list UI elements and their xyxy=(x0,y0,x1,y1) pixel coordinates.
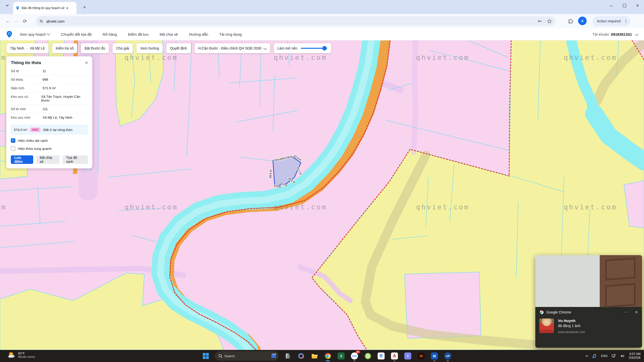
address-bar[interactable]: qhviet.com xyxy=(36,16,555,26)
tray-chevron-up-icon[interactable] xyxy=(585,354,588,358)
notification-hero-image xyxy=(535,255,642,307)
account-label: Tài khoản xyxy=(592,32,609,36)
reload-icon[interactable]: ⟳ xyxy=(21,17,29,25)
xem-huong-button[interactable]: Xem hướng xyxy=(136,43,163,53)
landuse-name: Đất ở tại nông thôn xyxy=(44,128,72,132)
window-maximize-button[interactable] xyxy=(618,0,631,11)
window-minimize-button[interactable]: — xyxy=(605,0,618,11)
row-so-to: Số tờ11 xyxy=(11,67,88,75)
zalo-icon[interactable]: Zalo 5+ xyxy=(350,352,358,360)
taskbar-search-box[interactable]: Search xyxy=(215,351,278,360)
tray-time: 8:57 AM xyxy=(629,352,640,356)
checkbox-checked[interactable] xyxy=(11,138,15,143)
copilot-icon[interactable] xyxy=(297,352,305,360)
weather-desc: Mostly sunny xyxy=(18,355,35,358)
back-icon[interactable]: ← xyxy=(4,17,12,25)
chu-giai-button[interactable]: Chú giải xyxy=(112,43,133,53)
window-close-button[interactable]: ✕ xyxy=(631,0,644,11)
autocad-icon[interactable]: A xyxy=(390,352,398,360)
search-highlight-clapper-icon[interactable] xyxy=(271,353,277,359)
landuse-row: 574.0 m² ONT Đất ở tại nông thôn xyxy=(11,125,88,135)
nav-ro-hang[interactable]: Rổ hàng xyxy=(103,32,117,36)
chrome-logo-icon xyxy=(539,310,544,314)
taskbar-weather-widget[interactable]: 82°F Mostly sunny xyxy=(8,351,35,359)
excel-icon[interactable]: X xyxy=(337,352,345,360)
tray-sync-icon[interactable] xyxy=(592,354,597,358)
site-info-icon[interactable] xyxy=(39,19,43,23)
nav-diem-da-luu[interactable]: Điểm đã lưu xyxy=(128,32,149,36)
bat-thuoc-do-button[interactable]: Bật thước đo xyxy=(81,43,109,53)
toast-more-icon[interactable]: ⋯ xyxy=(624,310,628,314)
word-icon[interactable]: W xyxy=(430,352,438,360)
tray-network-icon[interactable] xyxy=(612,354,616,358)
url-text[interactable]: qhviet.com xyxy=(46,19,537,23)
tray-volume-icon[interactable] xyxy=(620,354,625,358)
checkbox-row-edge-lengths[interactable]: Hiện chiều dài cạnh xyxy=(11,138,88,143)
action-required-button[interactable]: Action required ⋮ xyxy=(592,16,630,26)
nav-xem-quy-hoach[interactable]: Xem quy hoạch xyxy=(20,32,50,36)
notification-toast[interactable]: Google Chrome ⋯ ✕ Vu Huynh đã đăng 1 ảnh… xyxy=(535,255,642,348)
panel-title: Thông tin thửa xyxy=(11,60,88,65)
bookmark-star-icon[interactable] xyxy=(547,19,552,24)
start-button[interactable] xyxy=(202,352,210,360)
nav-huong-dan[interactable]: Hướng dẫn xyxy=(189,32,208,36)
browser-menu-kebab-icon[interactable]: ⋮ xyxy=(624,19,628,23)
row-so-thua: Số thửa996 xyxy=(11,75,88,84)
file-explorer-icon[interactable] xyxy=(310,352,318,360)
quyet-dinh-button[interactable]: Quyết định xyxy=(166,43,191,53)
chevron-down-icon xyxy=(263,47,267,50)
panel-close-icon[interactable]: ✕ xyxy=(85,60,88,66)
save-point-button[interactable]: Lưu điểm xyxy=(11,155,33,164)
extensions-puzzle-icon[interactable] xyxy=(568,19,574,24)
coccoc-icon[interactable] xyxy=(364,352,372,360)
forward-icon[interactable]: → xyxy=(12,17,21,25)
svg-text:qhviet.com: qhviet.com xyxy=(0,203,7,211)
new-tab-icon[interactable]: + xyxy=(83,5,86,10)
toast-body-text: đã đăng 1 ảnh xyxy=(558,324,585,328)
toast-source: www.facebook.com xyxy=(558,330,585,334)
breadcrumb-province[interactable]: Tây Ninh xyxy=(10,46,24,50)
checkbox-label: Hiện chiều dài cạnh xyxy=(18,139,48,143)
action-required-label: Action required xyxy=(597,19,621,23)
kiem-tra-so-button[interactable]: Kiểm tra số xyxy=(52,43,77,53)
browser-tab-strip: Bản đồ thông tin quy hoạch sử ✕ + — ✕ xyxy=(0,0,644,14)
nav-chuyen-doi-toa-do[interactable]: Chuyển đổi tọa độ xyxy=(61,32,92,36)
row-dien-tich: Diện tích571.9 m² xyxy=(11,84,88,93)
breadcrumb-ward[interactable]: Xã Mỹ Lệ xyxy=(30,46,45,50)
nav-ma-chia-se[interactable]: Mã chia sẻ xyxy=(159,32,178,36)
toast-close-icon[interactable]: ✕ xyxy=(635,310,638,314)
phone-link-icon[interactable] xyxy=(284,352,292,360)
password-key-icon[interactable] xyxy=(537,19,542,24)
opacity-slider-handle[interactable] xyxy=(322,46,327,51)
checkbox-label: Hiện thửa xung quanh xyxy=(18,147,52,151)
tab-search-chevron-icon[interactable] xyxy=(6,4,9,7)
profile-avatar[interactable]: X xyxy=(578,17,587,25)
share-code-button[interactable]: Mã chia sẻ xyxy=(36,155,60,164)
opacity-slider-fill xyxy=(301,48,323,49)
teams-icon[interactable]: T xyxy=(404,352,412,360)
parcel-info-panel: Thông tin thửa ✕ Số tờ11 Số thửa996 Diện… xyxy=(6,56,92,168)
tray-language[interactable]: ENG xyxy=(601,354,608,358)
plan-dropdown[interactable]: H.Cần Đước - Điều chỉnh QH SDĐ 2030 xyxy=(194,43,270,53)
toast-app-name: Google Chrome xyxy=(546,310,571,314)
chrome-taskbar-icon[interactable] xyxy=(324,352,332,360)
tab-favicon-pin-icon xyxy=(16,6,20,10)
tab-close-icon[interactable]: ✕ xyxy=(66,6,69,10)
checkbox-row-neighbors[interactable]: Hiện thửa xung quanh xyxy=(11,146,88,151)
pdf-pro-icon[interactable]: pdf xyxy=(444,352,452,360)
breadcrumb[interactable]: Tây Ninh › Xã Mỹ Lệ xyxy=(6,43,49,53)
landuse-area: 574.0 m² xyxy=(14,128,27,132)
opacity-slider[interactable] xyxy=(301,48,328,49)
svg-text:qhviet.com: qhviet.com xyxy=(274,54,327,61)
tray-clock[interactable]: 8:57 AM 3/3/2026 xyxy=(629,352,640,360)
checkbox-unchecked[interactable] xyxy=(11,146,15,151)
row-khu-vuc-cu: Khu vực cũXã Tân Trạch, Huyện Cần Đước xyxy=(11,93,88,105)
account-menu[interactable]: Tài khoản 0918351331 xyxy=(592,32,638,36)
boundary-coords-button[interactable]: Tọa độ ranh xyxy=(63,155,88,164)
illustrator-icon[interactable]: Ai xyxy=(417,352,425,360)
search-placeholder: Search xyxy=(224,354,269,358)
nav-tai-ung-dung[interactable]: Tải ứng dụng xyxy=(219,32,242,36)
site-logo-pin-icon[interactable] xyxy=(6,30,13,38)
revit-icon[interactable]: R xyxy=(377,352,385,360)
active-tab[interactable]: Bản đồ thông tin quy hoạch sử ✕ xyxy=(13,2,76,14)
